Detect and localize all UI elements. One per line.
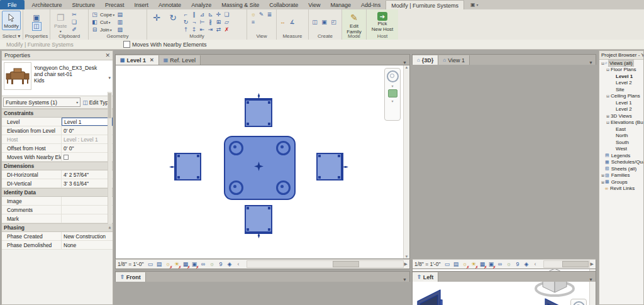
plan-view-canvas[interactable]: ▾ ▾ ▲▼	[115, 65, 410, 259]
property-checkbox[interactable]	[64, 155, 69, 160]
pin-icon[interactable]: †	[182, 26, 190, 33]
sun-path-icon[interactable]: ☼✗	[460, 260, 469, 268]
ribbon-tab-manage[interactable]: Manage	[326, 0, 357, 9]
collapse-arrow-icon[interactable]: ‹	[234, 260, 242, 268]
navigation-bar[interactable]: ▾ ▾	[384, 68, 401, 121]
trim-icon[interactable]: ⌐	[190, 18, 198, 26]
tab-list-caret-icon[interactable]: ▼	[589, 60, 596, 65]
scroll-right-icon[interactable]: ▶	[404, 262, 408, 267]
cut-geometry-icon[interactable]: ◳	[91, 11, 99, 18]
flip-arrow-icon[interactable]	[343, 164, 348, 170]
browser-item-floor-plans[interactable]: ⊟Floor Plans	[599, 67, 643, 74]
collapse-group-icon[interactable]: «	[106, 226, 112, 229]
navbar-caret-icon[interactable]: ▾	[391, 99, 393, 103]
browser-item-ceiling-plans[interactable]: ⊟Ceiling Plans	[599, 93, 643, 100]
panel-label-mode[interactable]: Mode	[342, 33, 366, 40]
scale-icon[interactable]: ▱	[223, 18, 231, 26]
mirror-axis-icon[interactable]: ⊿	[198, 11, 206, 18]
browser-item-legends[interactable]: ▤Legends	[599, 152, 643, 159]
browser-item-south[interactable]: South	[599, 139, 643, 146]
browser-item-sheets-all-[interactable]: ▧Sheets (all)	[599, 165, 643, 172]
property-value[interactable]: 0' 0"	[62, 144, 113, 152]
reveal-hidden-icon[interactable]: ☼	[504, 260, 513, 268]
browser-item-level-2[interactable]: Level 2	[599, 80, 643, 87]
type-selector[interactable]: Yongyeon Cho_EX3_Desk and chair set-01 K…	[2, 60, 113, 96]
override-graphics-icon[interactable]: ✎	[257, 11, 265, 18]
create-group-icon[interactable]: ▣	[320, 18, 328, 26]
unpin-icon[interactable]: ‡	[190, 26, 198, 33]
tab-list-caret-icon[interactable]: ▼	[402, 277, 409, 282]
move-icon[interactable]: ✛	[214, 11, 223, 18]
cut-to-clipboard-icon[interactable]: ✂	[70, 11, 78, 18]
view-tab-view-1[interactable]: ⌂View 1	[438, 55, 470, 65]
ribbon-tab-add-ins[interactable]: Add-Ins	[356, 0, 386, 9]
expand-icon[interactable]: ⊟	[606, 67, 610, 72]
property-value[interactable]	[62, 153, 113, 161]
properties-scrollbar[interactable]	[108, 92, 112, 224]
panel-label-clipboard[interactable]: Clipboard	[50, 33, 88, 40]
view-cube[interactable]	[531, 265, 578, 300]
ribbon-tab-collaborate[interactable]: Collaborate	[264, 0, 303, 9]
array-icon[interactable]: ⊞	[214, 18, 223, 26]
browser-item-elevations-bu[interactable]: ⊟Elevations (Bu	[599, 119, 643, 126]
moves-with-nearby-checkbox[interactable]	[123, 41, 130, 48]
copy-to-clipboard-icon[interactable]: ❏	[70, 18, 78, 26]
tab-left[interactable]: ⇧ Left	[413, 272, 438, 282]
plan-chair-top[interactable]	[245, 98, 272, 127]
cut-button[interactable]: Cut▾	[100, 18, 114, 26]
property-value[interactable]: New Construction	[62, 232, 113, 240]
panel-label-modify[interactable]: Modify	[147, 33, 247, 40]
hide-lightbulb-icon[interactable]: ☼	[249, 11, 257, 18]
join-button[interactable]: Join▾	[100, 26, 114, 33]
vertical-scrollbar[interactable]: ▲▼	[403, 65, 409, 258]
reveal-hidden-icon[interactable]: ☼	[208, 260, 216, 268]
property-value[interactable]: 3' 3 61/64"	[62, 179, 113, 187]
measure-length-icon[interactable]: ↔	[279, 18, 287, 26]
detail-level-icon[interactable]: ▤	[452, 260, 460, 268]
legend-component-icon[interactable]: ◫	[311, 18, 319, 26]
browser-item-revit-links[interactable]: ∞Revit Links	[599, 186, 643, 192]
tab-front[interactable]: ⇧ Front	[116, 272, 146, 282]
browser-item-families[interactable]: ⊞▨Families	[599, 172, 643, 179]
collapse-arrow-icon[interactable]: ‹	[531, 260, 539, 268]
browser-item-level-2[interactable]: Level 2	[599, 106, 643, 113]
properties-toggle-icon[interactable]: ◫	[32, 22, 42, 31]
property-value[interactable]	[62, 214, 113, 223]
steering-wheel-icon[interactable]	[573, 301, 585, 305]
close-icon[interactable]: ✕	[105, 52, 110, 58]
expand-icon[interactable]: ⊟	[601, 61, 605, 65]
paste-button[interactable]: ❐ Paste ▾	[52, 11, 69, 35]
browser-item-west[interactable]: West	[599, 146, 643, 153]
property-value[interactable]: None	[62, 241, 113, 249]
delete-icon[interactable]: ✗	[223, 26, 231, 33]
expand-icon[interactable]: ⊟	[606, 94, 610, 98]
plan-chair-bottom[interactable]	[245, 205, 272, 234]
edit-family-button[interactable]: ✎ Edit Family	[345, 11, 364, 36]
shadows-icon[interactable]: ☀✗	[469, 260, 477, 268]
browser-item-groups[interactable]: ⊞▩Groups	[599, 179, 643, 186]
panel-label-view[interactable]: View	[247, 33, 276, 40]
temporary-hide-icon[interactable]: ∞	[496, 260, 504, 268]
paint-icon[interactable]: ◧	[91, 18, 99, 26]
rotate-big-button[interactable]: ↻	[165, 11, 180, 25]
property-value[interactable]	[62, 197, 113, 205]
browser-item-site[interactable]: Site	[599, 86, 643, 93]
property-value[interactable]: 0' 0"	[62, 126, 113, 135]
ribbon-tab-view[interactable]: View	[303, 0, 325, 9]
tab-list-caret-icon[interactable]: ▼	[402, 60, 409, 65]
copy-icon[interactable]: ❏	[223, 11, 231, 18]
angular-dimension-icon[interactable]: ∡	[288, 18, 296, 26]
ribbon-tab-precast[interactable]: Precast	[100, 0, 130, 9]
mirror-pick-icon[interactable]: ⊿	[206, 11, 214, 18]
expand-icon[interactable]: ⊞	[606, 114, 610, 118]
swap-icon[interactable]: ⇄	[214, 26, 223, 33]
browser-item-3d-views[interactable]: ⊞3D Views	[599, 113, 643, 119]
thin-lines-icon[interactable]: ≡	[249, 18, 257, 26]
view-scale[interactable]: 1/8" = 1'-0"	[118, 261, 143, 267]
move-big-button[interactable]: ✛	[149, 11, 164, 25]
view-tab--3d-[interactable]: ⌂{3D}	[413, 55, 438, 65]
browser-item-north[interactable]: North	[599, 133, 643, 140]
scroll-right-icon[interactable]: ▶	[591, 262, 594, 267]
tab-list-caret-icon[interactable]: ▼	[589, 277, 596, 282]
ribbon-tab-insert[interactable]: Insert	[130, 0, 154, 9]
